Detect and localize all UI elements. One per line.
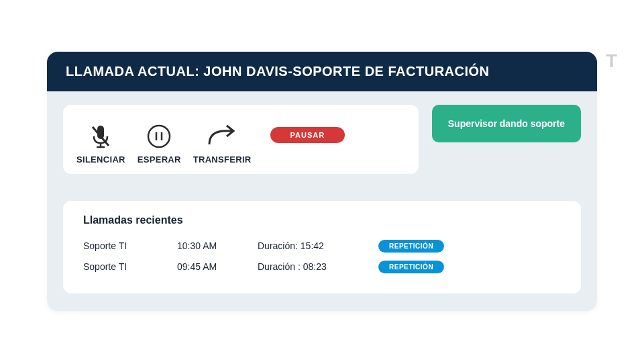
call-row: Soporte TI 09:45 AM Duración : 08:23 REP…	[83, 257, 561, 277]
transfer-control[interactable]: TRANSFERIR	[193, 122, 252, 165]
repeat-button[interactable]: REPETICIÓN	[378, 240, 444, 253]
mute-control[interactable]: SILENCIAR	[76, 122, 125, 165]
header-title: LLAMADA ACTUAL: JOHN DAVIS-SOPORTE DE FA…	[66, 64, 490, 79]
call-time: 10:30 AM	[177, 240, 231, 251]
svg-point-4	[148, 126, 170, 147]
call-time: 09:45 AM	[177, 261, 231, 272]
mute-icon	[84, 122, 117, 150]
supervisor-button[interactable]: Supervisor dando soporte	[432, 105, 581, 142]
panel-header: LLAMADA ACTUAL: JOHN DAVIS-SOPORTE DE FA…	[47, 52, 597, 91]
call-panel: LLAMADA ACTUAL: JOHN DAVIS-SOPORTE DE FA…	[47, 52, 597, 311]
transfer-label: TRANSFERIR	[193, 154, 252, 165]
recent-title: Llamadas recientes	[83, 214, 561, 226]
pause-button[interactable]: PAUSAR	[270, 127, 345, 143]
call-type: Soporte TI	[83, 261, 150, 272]
call-type: Soporte TI	[83, 240, 150, 251]
watermark-text: T	[606, 50, 617, 72]
pause-circle-icon	[142, 122, 176, 150]
mute-label: SILENCIAR	[76, 154, 125, 165]
hold-control[interactable]: ESPERAR	[138, 122, 181, 165]
call-row: Soporte TI 10:30 AM Duración: 15:42 REPE…	[83, 236, 561, 257]
recent-card: Llamadas recientes Soporte TI 10:30 AM D…	[63, 201, 581, 293]
transfer-arrow-icon	[205, 122, 239, 150]
call-duration: Duración: 15:42	[258, 240, 352, 251]
controls-card: SILENCIAR ESPERAR	[63, 105, 419, 174]
hold-label: ESPERAR	[138, 154, 181, 165]
call-duration: Duración : 08:23	[258, 261, 352, 272]
repeat-button[interactable]: REPETICIÓN	[378, 261, 444, 273]
recent-section: Llamadas recientes Soporte TI 10:30 AM D…	[47, 201, 597, 311]
panel-content: SILENCIAR ESPERAR	[47, 91, 597, 201]
